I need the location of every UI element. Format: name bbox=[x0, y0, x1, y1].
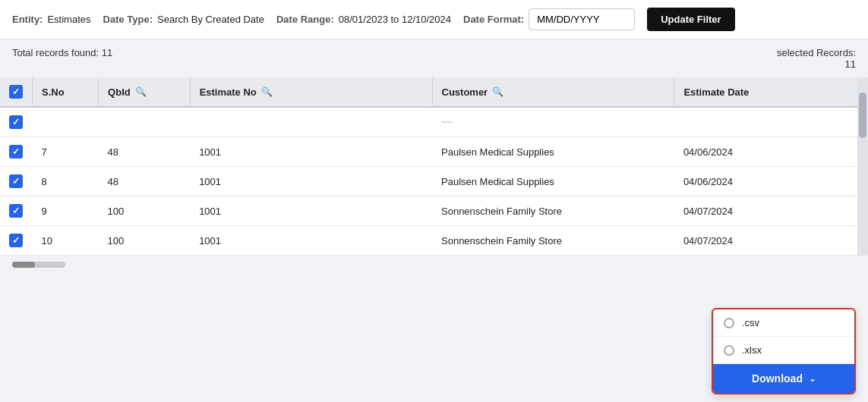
header-estimate-date: Estimate Date bbox=[674, 77, 868, 107]
row-checkbox[interactable] bbox=[9, 174, 23, 188]
cell-sno: 8 bbox=[33, 167, 99, 196]
date-range-label: Date Range: bbox=[276, 14, 334, 25]
header-qbid: QbId 🔍 bbox=[99, 77, 191, 107]
bottom-bar bbox=[0, 256, 868, 274]
qbid-search-icon[interactable]: 🔍 bbox=[135, 86, 147, 97]
row-checkbox[interactable] bbox=[9, 204, 23, 218]
date-type-label: Date Type: bbox=[103, 14, 153, 25]
vertical-scrollbar[interactable] bbox=[857, 77, 868, 256]
row-checkbox[interactable] bbox=[9, 145, 23, 159]
selected-records: selected Records: 11 bbox=[777, 47, 856, 70]
row-partial-checkbox[interactable] bbox=[9, 115, 23, 129]
date-range-value: 08/01/2023 to 12/10/2024 bbox=[339, 14, 451, 25]
table-row: 9 100 1001 Sonnenschein Family Store 04/… bbox=[0, 196, 868, 226]
date-format-label: Date Format: bbox=[463, 14, 524, 25]
estimate-no-search-icon[interactable]: 🔍 bbox=[261, 86, 273, 97]
select-all-checkbox[interactable] bbox=[9, 85, 23, 99]
row-checkbox[interactable] bbox=[9, 234, 23, 247]
table-row: 10 100 1001 Sonnenschein Family Store 04… bbox=[0, 226, 868, 256]
horizontal-scrollbar[interactable] bbox=[12, 262, 65, 268]
cell-date: 04/06/2024 bbox=[674, 137, 868, 167]
total-records: Total records found: 11 bbox=[12, 47, 112, 58]
cell-customer: Paulsen Medical Supplies bbox=[432, 137, 674, 167]
date-range-item: Date Range: 08/01/2023 to 12/10/2024 bbox=[276, 14, 451, 25]
cell-sno: 9 bbox=[33, 196, 99, 226]
row-checkbox-cell bbox=[0, 137, 33, 167]
table-row: 7 48 1001 Paulsen Medical Supplies 04/06… bbox=[0, 137, 868, 167]
table-wrapper: S.No QbId 🔍 Estimate No 🔍 bbox=[0, 77, 868, 256]
table-row: 8 48 1001 Paulsen Medical Supplies 04/06… bbox=[0, 167, 868, 196]
h-scroll-thumb[interactable] bbox=[12, 262, 35, 268]
header-checkbox-cell bbox=[0, 77, 33, 107]
csv-label: .csv bbox=[742, 317, 759, 328]
scroll-thumb[interactable] bbox=[859, 93, 866, 138]
cell-estimate-no: 1001 bbox=[190, 167, 432, 196]
header-estimate-no: Estimate No 🔍 bbox=[190, 77, 432, 107]
cell-customer: Sonnenschein Family Store bbox=[432, 226, 674, 256]
chevron-down-icon: ⌄ bbox=[809, 374, 816, 384]
summary-bar: Total records found: 11 selected Records… bbox=[0, 39, 868, 77]
entity-item: Entity: Estimates bbox=[12, 14, 91, 25]
download-button[interactable]: Download ⌄ bbox=[713, 364, 854, 393]
csv-option[interactable]: .csv bbox=[713, 309, 854, 337]
cell-estimate-no: 1001 bbox=[190, 196, 432, 226]
cell-qbid: 100 bbox=[99, 196, 191, 226]
customer-search-icon[interactable]: 🔍 bbox=[492, 86, 503, 97]
cell-sno: 7 bbox=[33, 137, 99, 167]
cell-customer: Paulsen Medical Supplies bbox=[432, 167, 674, 196]
row-checkbox-cell bbox=[0, 196, 33, 226]
selected-records-count: 11 bbox=[845, 58, 856, 70]
top-bar: Entity: Estimates Date Type: Search By C… bbox=[0, 0, 868, 39]
cell-estimate-no: 1001 bbox=[190, 137, 432, 167]
xlsx-label: .xlsx bbox=[742, 344, 762, 356]
date-type-value: Search By Created Date bbox=[157, 14, 264, 25]
cell-customer: Sonnenschein Family Store bbox=[432, 196, 674, 226]
cell-date: 04/07/2024 bbox=[674, 196, 868, 226]
cell-estimate-no: 1001 bbox=[190, 226, 432, 256]
table-row-partial: ~~ bbox=[0, 107, 868, 137]
table-header-row: S.No QbId 🔍 Estimate No 🔍 bbox=[0, 77, 868, 107]
cell-sno: 10 bbox=[33, 226, 99, 256]
selected-records-label: selected Records: bbox=[777, 47, 856, 58]
data-table: S.No QbId 🔍 Estimate No 🔍 bbox=[0, 77, 868, 256]
download-btn-label: Download bbox=[752, 372, 803, 385]
cell-qbid: 48 bbox=[99, 167, 191, 196]
page-container: Entity: Estimates Date Type: Search By C… bbox=[0, 0, 868, 402]
row-checkbox-cell bbox=[0, 167, 33, 196]
cell-date: 04/07/2024 bbox=[674, 226, 868, 256]
entity-label: Entity: bbox=[12, 14, 43, 25]
row-checkbox-cell bbox=[0, 226, 33, 256]
update-filter-button[interactable]: Update Filter bbox=[647, 8, 734, 31]
header-sno: S.No bbox=[33, 77, 99, 107]
cell-date: 04/06/2024 bbox=[674, 167, 868, 196]
entity-value: Estimates bbox=[47, 14, 90, 25]
download-panel: .csv .xlsx Download ⌄ bbox=[712, 308, 856, 394]
date-format-item: Date Format: bbox=[463, 8, 635, 30]
table-body: ~~ 7 48 1001 Paulsen Medical Supplies 04… bbox=[0, 107, 868, 256]
xlsx-option[interactable]: .xlsx bbox=[713, 337, 854, 364]
xlsx-radio[interactable] bbox=[724, 345, 734, 356]
cell-qbid: 100 bbox=[99, 226, 191, 256]
date-type-item: Date Type: Search By Created Date bbox=[103, 14, 264, 25]
date-format-input[interactable] bbox=[529, 8, 635, 30]
csv-radio[interactable] bbox=[724, 318, 734, 328]
header-customer: Customer 🔍 bbox=[432, 77, 674, 107]
cell-qbid: 48 bbox=[99, 137, 191, 167]
